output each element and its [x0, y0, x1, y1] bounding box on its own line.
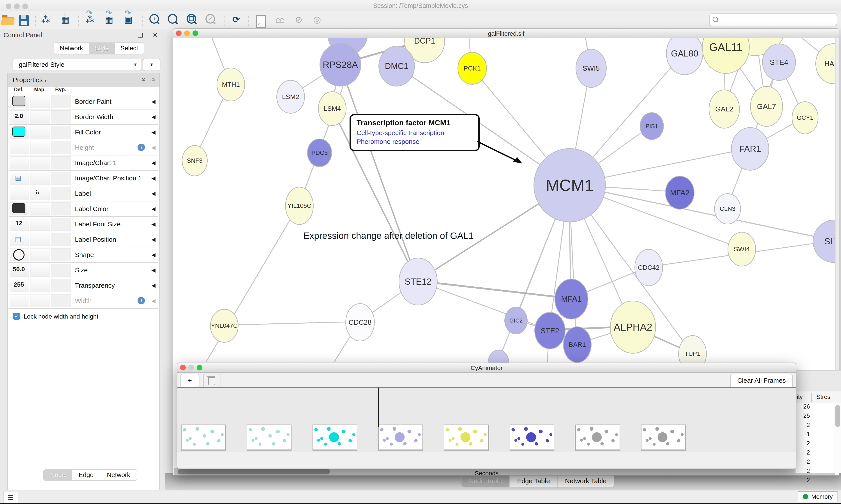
- timeline[interactable]: 0123456789 Seconds: [177, 388, 796, 451]
- default-swatch[interactable]: [12, 203, 25, 213]
- c-byp-cell[interactable]: [51, 172, 71, 185]
- playhead[interactable]: [378, 388, 379, 427]
- frame-thumbnail-1[interactable]: [247, 425, 291, 452]
- results-scrollbar[interactable]: [834, 403, 841, 473]
- tab-network-table[interactable]: Network Table: [558, 475, 614, 487]
- property-row-label-position[interactable]: ▤Label Position◀: [9, 232, 158, 247]
- node-alpha2[interactable]: ALPHA2: [610, 301, 656, 354]
- c-map-cell[interactable]: [30, 218, 50, 231]
- node-mfa1[interactable]: MFA1: [555, 279, 588, 320]
- default-swatch[interactable]: [12, 127, 25, 137]
- node-lsm4[interactable]: LSM4: [318, 91, 346, 126]
- column-divider[interactable]: [811, 393, 812, 402]
- c-map-cell[interactable]: [30, 233, 50, 246]
- export-table-icon[interactable]: ↷▦: [103, 13, 115, 26]
- expand-row-icon[interactable]: ◀: [151, 175, 156, 181]
- c-def-cell[interactable]: [10, 187, 29, 200]
- c-byp-cell[interactable]: [51, 202, 71, 215]
- lock-size-row[interactable]: ✓Lock node width and height: [9, 309, 158, 324]
- expand-row-icon[interactable]: ◀: [151, 298, 156, 304]
- c-map-cell[interactable]: [30, 172, 50, 185]
- c-map-cell[interactable]: [30, 279, 50, 292]
- node-swi4[interactable]: SWI4: [728, 232, 756, 267]
- c-byp-cell[interactable]: [51, 264, 71, 277]
- property-row-height[interactable]: Heighti◀: [9, 140, 158, 156]
- c-byp-cell[interactable]: [51, 248, 71, 262]
- node-lsm2[interactable]: LSM2: [276, 80, 305, 114]
- c-byp-cell[interactable]: [51, 141, 71, 154]
- expand-row-icon[interactable]: ◀: [151, 252, 156, 258]
- results-scrollbar-thumb[interactable]: [835, 405, 840, 427]
- c-byp-cell[interactable]: [51, 294, 71, 307]
- save-session-icon[interactable]: [17, 13, 30, 26]
- c-byp-cell[interactable]: [51, 233, 71, 246]
- property-row-image-chart-position-1[interactable]: ▤Image/Chart Position 1◀: [9, 171, 158, 186]
- c-def-cell[interactable]: [10, 141, 29, 154]
- c-map-cell[interactable]: [30, 95, 50, 108]
- node-dmc1[interactable]: DMC1: [378, 46, 415, 87]
- node-pis1[interactable]: PIS1: [640, 112, 664, 140]
- tab-select[interactable]: Select: [115, 43, 144, 54]
- node-gic2[interactable]: GIC2: [504, 307, 527, 334]
- import-network-icon[interactable]: ↓⁂: [39, 13, 52, 26]
- mcm1-annotation[interactable]: Transcription factor MCM1 Cell-type-spec…: [350, 114, 480, 151]
- property-row-fill-color[interactable]: Fill Color◀: [9, 125, 158, 140]
- info-icon[interactable]: i: [138, 144, 145, 151]
- table-row[interactable]: 2: [795, 449, 834, 458]
- lock-checkbox[interactable]: ✓: [13, 313, 20, 320]
- property-row-width[interactable]: Widthi◀: [9, 293, 158, 309]
- delete-frame-button[interactable]: [203, 374, 220, 388]
- expand-row-icon[interactable]: ◀: [151, 267, 156, 273]
- node-snf3[interactable]: SNF3: [182, 145, 208, 176]
- c-map-cell[interactable]: [30, 264, 50, 277]
- tab-network[interactable]: Network: [54, 43, 89, 54]
- node-rps28a[interactable]: RPS28A: [320, 43, 361, 87]
- property-row-image-chart-1[interactable]: Image/Chart 1◀: [9, 156, 158, 171]
- default-value[interactable]: 12: [9, 220, 29, 227]
- frame-thumbnail-3[interactable]: [378, 425, 423, 452]
- c-byp-cell[interactable]: [51, 110, 71, 124]
- node-yil105c[interactable]: YIL105C: [285, 187, 314, 225]
- expand-row-icon[interactable]: ◀: [151, 129, 156, 135]
- node-ste12[interactable]: STE12: [399, 258, 437, 305]
- frame-thumbnail-0[interactable]: [181, 425, 226, 452]
- c-map-cell[interactable]: [30, 126, 50, 139]
- tab-style[interactable]: Style: [89, 43, 114, 54]
- annotation-link-1[interactable]: Cell-type-specific transcription: [357, 129, 472, 137]
- default-value[interactable]: 2.0: [9, 112, 29, 120]
- c-byp-cell[interactable]: [51, 187, 71, 200]
- c-byp-cell[interactable]: [51, 126, 71, 139]
- search-input[interactable]: [709, 13, 837, 26]
- table-row[interactable]: 2: [795, 422, 834, 431]
- node-ste4[interactable]: STE4: [762, 43, 796, 81]
- property-row-label-font-size[interactable]: 12Label Font Size◀: [9, 217, 158, 232]
- network-window-titlebar[interactable]: galFiltered.sif: [173, 29, 839, 38]
- clear-all-frames-button[interactable]: Clear All Frames: [730, 374, 793, 388]
- cyanimator-titlebar[interactable]: CyAnimator: [177, 363, 796, 373]
- table-row[interactable]: 1: [795, 431, 834, 440]
- property-row-label-color[interactable]: Label Color◀: [9, 201, 158, 217]
- tab-edge[interactable]: Edge: [72, 470, 100, 480]
- node-cdc42[interactable]: CDC42: [634, 249, 663, 286]
- add-frame-button[interactable]: +: [180, 374, 199, 388]
- node-ste2[interactable]: STE2: [534, 312, 566, 349]
- refresh-view-icon[interactable]: ⟳: [230, 13, 243, 26]
- node-pdc5[interactable]: PDC5: [307, 139, 332, 167]
- property-row-border-width[interactable]: 2.0Border Width◀: [9, 109, 158, 125]
- position-icon[interactable]: ▤: [15, 235, 21, 243]
- export-image-icon[interactable]: ↷▣: [122, 13, 135, 26]
- node-ynl047c[interactable]: YNL047C: [210, 309, 238, 343]
- ellipse-shape-icon[interactable]: [13, 249, 24, 260]
- expand-row-icon[interactable]: ◀: [151, 283, 156, 289]
- table-row[interactable]: 2: [795, 440, 834, 449]
- passthrough-mapping-icon[interactable]: ⁝›: [35, 189, 39, 196]
- info-icon[interactable]: i: [138, 297, 145, 304]
- panel-list-icon[interactable]: ☰: [3, 492, 18, 504]
- node-gal2[interactable]: GAL2: [709, 90, 740, 128]
- expand-row-icon[interactable]: ◀: [151, 206, 156, 212]
- tab-node[interactable]: Node: [43, 470, 72, 480]
- c-map-cell[interactable]: [30, 110, 50, 124]
- expand-row-icon[interactable]: ◀: [151, 160, 156, 166]
- import-table-icon[interactable]: ↓▦: [59, 13, 72, 26]
- c-map-cell[interactable]: [30, 156, 50, 169]
